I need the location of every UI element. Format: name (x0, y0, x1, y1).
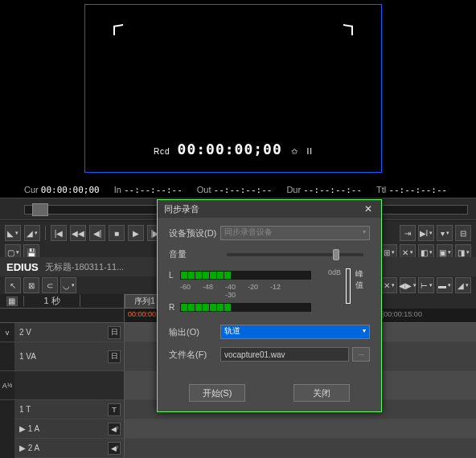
cur-value: 00:00:00;00 (41, 185, 100, 195)
prev-button[interactable]: |◀ (51, 225, 67, 241)
meter-r (180, 303, 311, 312)
split-tool[interactable]: ⊢ (418, 277, 434, 293)
separator (45, 226, 46, 240)
in-value: --:--:--:-- (124, 185, 183, 195)
gutter-blank (0, 342, 14, 371)
stop-button[interactable]: ■ (109, 225, 125, 241)
volume-thumb[interactable] (333, 249, 339, 260)
marker-out-button[interactable]: ◢ (24, 225, 40, 241)
track-row-1t[interactable]: 1 T T (14, 400, 124, 419)
record-timecode-display: Rcd 00:00:00;00 ✩ II (85, 141, 381, 157)
output-select[interactable]: 轨道 (220, 325, 370, 339)
fade-tool[interactable]: ◢ (455, 277, 471, 293)
link-tool[interactable]: ⊠ (23, 277, 39, 293)
rcd-timecode: 00:00:00;00 (178, 141, 282, 157)
delete-tool[interactable]: ✕ (381, 277, 397, 293)
overwrite-button[interactable]: ⊟ (455, 225, 471, 241)
preview-frame: Rcd 00:00:00;00 ✩ II (84, 4, 382, 173)
sync-recording-dialog: 同步录音 ✕ 设备预设(D) 同步录音设备 音量 L (157, 199, 382, 412)
audio-icon[interactable]: ◀⁾ (108, 442, 121, 455)
cursor-tool[interactable]: ↖ (5, 277, 21, 293)
channel-r: R (169, 303, 180, 312)
track-name: 1 VA (14, 352, 51, 361)
in-point-button[interactable]: ⇥ (400, 225, 416, 241)
video-icon[interactable]: 日 (108, 350, 121, 363)
audio-icon[interactable]: ◀⁾ (108, 423, 121, 436)
rcd-label: Rcd (154, 147, 170, 156)
channel-l: L (169, 271, 180, 280)
ttl-label: Ttl (376, 185, 386, 194)
scrub-handle[interactable] (32, 203, 48, 216)
meter-l (180, 271, 311, 280)
in-label: In (114, 185, 121, 194)
track-name: ▶ 2 A (14, 444, 51, 452)
device-select[interactable]: 同步录音设备 (220, 226, 370, 240)
group-tool[interactable]: ⊂ (42, 277, 58, 293)
close-icon[interactable]: ✕ (362, 202, 375, 215)
step-back-button[interactable]: ◀| (89, 225, 105, 241)
scale-label[interactable]: 1 秒 (24, 295, 80, 307)
start-button[interactable]: 开始(S) (189, 384, 245, 402)
safe-area-corner-tr (343, 24, 353, 35)
track-name: ▶ 1 A (14, 424, 51, 433)
play-button[interactable]: ▶ (128, 225, 144, 241)
track-name: 2 V (14, 328, 51, 337)
track-row-2v[interactable]: 2 V 日 (14, 323, 124, 342)
dur-value: --:--:--:-- (303, 185, 362, 195)
dur-label: Dur (286, 185, 301, 194)
output-label: 输出(O) (169, 326, 220, 338)
track-row-spacer (14, 371, 124, 400)
content-row[interactable] (125, 439, 476, 458)
volume-label: 音量 (169, 248, 220, 260)
gutter-a: A½ (0, 371, 14, 400)
dialog-title: 同步录音 (164, 203, 199, 215)
browse-button[interactable]: ... (352, 347, 370, 362)
close-button[interactable]: 关闭 (293, 384, 350, 402)
ripple-tool[interactable]: ◀▶ (400, 277, 416, 293)
track-gutter: v A½ (0, 323, 14, 458)
out-value: --:--:--:-- (214, 185, 273, 195)
dialog-body: 设备预设(D) 同步录音设备 音量 L (158, 218, 381, 378)
star-icon: ✩ (291, 147, 298, 156)
ruler-row: ▦ 1 秒 (0, 294, 124, 309)
dialog-buttons: 开始(S) 关闭 (158, 384, 381, 402)
track-headers: ▦ 1 秒 v A½ 2 V 日 1 VA 日 1 T T (0, 294, 125, 458)
cur-label: Cur (24, 185, 39, 194)
ttl-value: --:--:--:-- (388, 185, 447, 195)
content-row[interactable] (125, 419, 476, 439)
insert-mode-button[interactable]: ▾ (437, 225, 453, 241)
volume-slider[interactable] (227, 253, 363, 256)
timecode-bar: Cur 00:00:00;00 In --:--:--:-- Out --:--… (0, 183, 476, 198)
safe-area-corner-tl (113, 24, 123, 35)
track-row-1a[interactable]: ▶ 1 A ◀⁾ (14, 419, 124, 439)
video-icon[interactable]: 日 (108, 326, 121, 339)
device-label: 设备预设(D) (169, 227, 220, 239)
app-name: EDIUS (6, 261, 39, 273)
level-meters: L -60-48-40 -30-20-12 R (169, 268, 370, 315)
pause-icon: II (307, 147, 314, 156)
out-label: Out (197, 185, 211, 194)
track-row-1va[interactable]: 1 VA 日 (14, 342, 124, 371)
ruler-spacer (0, 309, 124, 323)
peak-label: 峰值 (351, 268, 370, 291)
document-name: 无标题-180311-11... (45, 261, 124, 273)
time-tick-1: |00:00:15:00 (382, 310, 422, 318)
dialog-titlebar[interactable]: 同步录音 ✕ (158, 200, 381, 218)
gutter-v: v (0, 323, 14, 342)
scale-end: 0dB (311, 268, 341, 276)
trim-tool[interactable]: ▬ (437, 277, 453, 293)
filename-label: 文件名(F) (169, 349, 220, 361)
title-icon[interactable]: T (108, 403, 121, 416)
track-name: 1 T (14, 405, 51, 414)
zoom-handle[interactable]: ▦ (6, 296, 18, 306)
filename-input[interactable] (220, 347, 349, 362)
meter-scale: -60-48-40 -30-20-12 (180, 283, 311, 299)
marker-in-button[interactable]: ◣ (5, 225, 21, 241)
rewind-button[interactable]: ◀◀ (70, 225, 86, 241)
play-mode-button[interactable]: ▶I (418, 225, 434, 241)
snap-tool[interactable]: ◡ (60, 277, 76, 293)
track-row-2a[interactable]: ▶ 2 A ◀⁾ (14, 439, 124, 458)
preview-monitor: Rcd 00:00:00;00 ✩ II (0, 0, 476, 197)
